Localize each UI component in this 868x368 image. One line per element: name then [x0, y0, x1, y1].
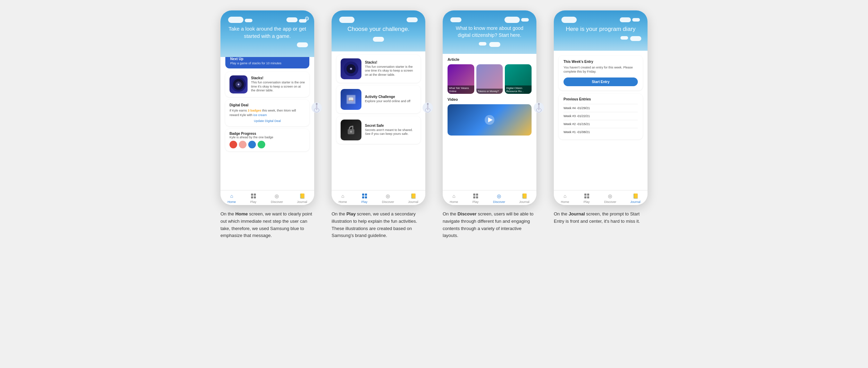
screen-journal-column: Here is your program diary This Week's E… — [550, 10, 651, 225]
jour-nav-discover[interactable]: ◎ Discover — [604, 193, 616, 204]
article-label-2: Tokens or Money? — [476, 89, 503, 94]
discover-nav-icon: ◎ — [273, 193, 280, 199]
play-play-icon — [361, 193, 368, 199]
journal-header-title: Here is your program diary — [560, 25, 641, 33]
svg-rect-37 — [538, 104, 540, 110]
play-stacks-thumb — [341, 58, 361, 79]
screen-play-column: Choose your challenge. — [328, 10, 429, 239]
this-week-title: This Week's Entry — [564, 60, 638, 64]
jour-nav-home-label: Home — [561, 200, 569, 204]
video-thumbnail[interactable] — [448, 104, 532, 136]
play-activity-text: Activity Challenge Explore your world on… — [365, 95, 410, 104]
phone-discover-wrapper: What to know more about good digital cit… — [443, 10, 536, 205]
next-up-desc: Play a game of stacks for 10 minutes — [230, 62, 304, 65]
play-cloud-medium — [407, 17, 418, 22]
play-header: Choose your challenge. — [332, 10, 425, 51]
svg-point-38 — [538, 103, 540, 105]
play-nav-play-label: Play — [361, 200, 368, 204]
nav-discover[interactable]: ◎ Discover — [271, 193, 283, 204]
home-nav-bar: ⌂ Home Play ◎ Discover 📒 — [220, 190, 314, 205]
article-card-2[interactable]: Tokens or Money? — [476, 64, 503, 94]
hand-pointer-icon-3 — [536, 103, 542, 113]
journal-entry-week4[interactable]: Week #4 -01/29/21 — [564, 104, 638, 112]
disc-play-icon — [472, 193, 479, 199]
play-stacks-card[interactable]: Stacks! This fun conversation starter is… — [336, 55, 420, 83]
nav-discover-label: Discover — [271, 200, 283, 204]
jour-cloud-bot-2 — [630, 36, 641, 41]
nav-play-label: Play — [250, 200, 257, 204]
video-play-icon — [484, 115, 495, 125]
next-up-label: Next Up — [230, 57, 304, 61]
svg-rect-39 — [584, 194, 586, 196]
play-secret-card[interactable]: Secret Safe Secrets aren't meant to be s… — [336, 116, 420, 144]
play-cards-container: Stacks! This fun conversation starter is… — [332, 51, 425, 147]
jour-nav-journal-label: Journal — [630, 200, 641, 204]
play-vinyl-icon — [343, 61, 359, 76]
hand-pointer-icon-2 — [425, 103, 431, 113]
jour-nav-journal[interactable]: 📒 Journal — [630, 193, 641, 204]
article-card-1[interactable]: What 'Me' Means Online — [448, 64, 474, 94]
vinyl-icon — [231, 77, 246, 92]
badge-progress-card: Badge Progress Kyle is ahead by the one … — [225, 129, 309, 151]
article-label-1: What 'Me' Means Online — [448, 85, 474, 94]
badge-dot-4 — [258, 141, 265, 148]
digital-deal-card[interactable]: Digital Deal If Kyle earns 3 badges this… — [225, 100, 309, 126]
svg-rect-41 — [584, 196, 586, 198]
play-nav-play[interactable]: Play — [361, 193, 368, 204]
play-stacks-title: Stacks! — [365, 60, 416, 64]
play-nav-home[interactable]: ⌂ Home — [339, 193, 347, 204]
play-discover-icon: ◎ — [384, 193, 391, 199]
play-nav-discover-label: Discover — [382, 200, 394, 204]
play-nav-discover[interactable]: ◎ Discover — [382, 193, 394, 204]
discover-nav-bar: ⌂ Home Play ◎ Discover 📒 — [443, 190, 536, 205]
previous-entries-card: Previous Entries Week #4 -01/29/21 Week … — [559, 94, 643, 139]
phone-journal-wrapper: Here is your program diary This Week's E… — [554, 10, 648, 205]
hand-pointer-icon — [314, 103, 320, 113]
disc-nav-discover[interactable]: ◎ Discover — [493, 193, 505, 204]
svg-rect-40 — [587, 194, 589, 196]
play-nav-journal[interactable]: 📒 Journal — [408, 193, 418, 204]
svg-point-15 — [350, 68, 352, 69]
ice-cream-link: ice cream — [253, 113, 267, 117]
jour-cloud-left — [561, 17, 577, 23]
phone-home: ⚙ Take a look around the app or get star… — [220, 10, 314, 205]
nav-journal[interactable]: 📒 Journal — [297, 193, 307, 204]
article-card-3[interactable]: Digital Citizen Resource Ro... — [505, 64, 532, 94]
discover-header-title: What to know more about good digital cit… — [449, 25, 530, 39]
jour-play-icon — [583, 193, 590, 199]
phone-play-wrapper: Choose your challenge. — [332, 10, 425, 205]
stacks-card[interactable]: Stacks! This fun conversation starter is… — [225, 72, 309, 97]
deal-text: If Kyle earns 3 badges this week, then M… — [229, 108, 305, 117]
update-digital-deal-link[interactable]: Update Digital Deal — [229, 119, 305, 123]
cloud-large — [228, 17, 243, 23]
nav-journal-label: Journal — [297, 200, 307, 204]
play-cloud-center — [373, 37, 384, 42]
this-week-card: This Week's Entry You haven't created an… — [559, 56, 643, 90]
play-nav-bar: ⌂ Home Play ◎ Discover 📒 — [332, 190, 425, 205]
article-section-title: Article — [448, 57, 532, 62]
journal-nav-icon: 📒 — [299, 193, 306, 199]
jour-cloud-right — [620, 17, 640, 22]
home-header: ⚙ Take a look around the app or get star… — [220, 10, 314, 57]
jour-cloud-3 — [632, 18, 640, 22]
disc-nav-home[interactable]: ⌂ Home — [450, 193, 458, 204]
jour-nav-discover-label: Discover — [604, 200, 616, 204]
clouds-top — [227, 17, 308, 23]
stacks-title: Stacks! — [251, 76, 305, 80]
home-content-cards: Stacks! This fun conversation starter is… — [220, 68, 314, 155]
nav-play[interactable]: Play — [250, 193, 257, 204]
play-activity-title: Activity Challenge — [365, 95, 410, 99]
start-entry-button[interactable]: Start Entry — [564, 77, 638, 86]
cloud-medium — [286, 17, 298, 22]
jour-nav-play[interactable]: Play — [583, 193, 590, 204]
journal-entry-week1[interactable]: Week #1 -01/08/21 — [564, 128, 638, 136]
play-activity-card[interactable]: 📖 Activity Challenge Explore your world … — [336, 85, 420, 113]
disc-nav-journal[interactable]: 📒 Journal — [519, 193, 529, 204]
play-clouds-top — [338, 17, 419, 23]
jour-nav-home[interactable]: ⌂ Home — [561, 193, 569, 204]
journal-entry-week3[interactable]: Week #3 -01/22/21 — [564, 112, 638, 120]
badge-progress-desc: Kyle is ahead by the one badge — [229, 136, 305, 139]
journal-entry-week2[interactable]: Week #2 -01/15/21 — [564, 120, 638, 128]
nav-home[interactable]: ⌂ Home — [227, 193, 236, 204]
disc-nav-play[interactable]: Play — [472, 193, 479, 204]
